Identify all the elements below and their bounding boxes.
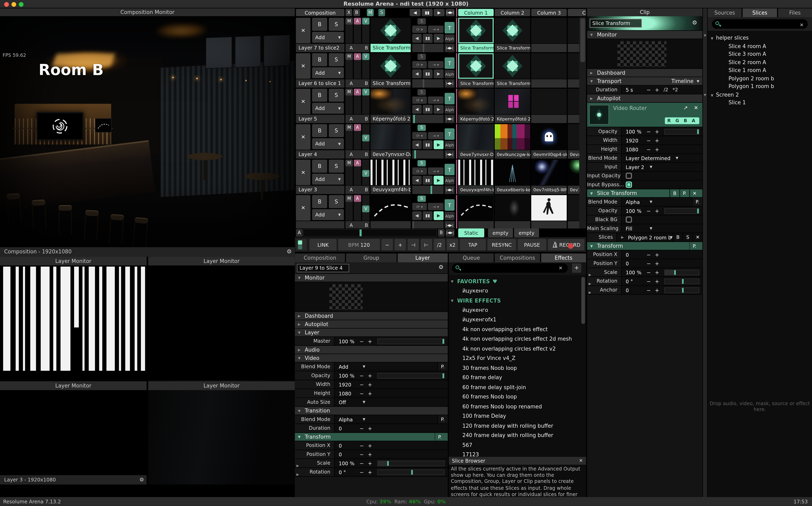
clip-thumbnail[interactable] — [531, 89, 567, 114]
section-header-transition[interactable]: ▼Transition — [295, 407, 448, 415]
nudge-down-button[interactable]: ⊣ — [408, 239, 419, 250]
clip-cell[interactable]: 0eve7ynvsxr-Dark01 — [458, 124, 494, 159]
layer-audio-fader[interactable]: A — [354, 195, 361, 221]
row-button-b[interactable]: B — [673, 233, 683, 241]
effect-item[interactable]: 60 frame delay — [449, 373, 586, 383]
layer-active-clip-thumbnail[interactable] — [370, 124, 411, 150]
decrement-button[interactable]: − — [645, 208, 653, 214]
clip-progress-bar[interactable] — [412, 150, 444, 158]
section-header-monitor[interactable]: ▼Monitor — [587, 31, 703, 39]
section-header-slice-transform[interactable]: ▼Slice TransformBP.✕ — [587, 189, 703, 197]
clip-thumbnail[interactable] — [458, 53, 494, 79]
layer-audio-fader[interactable]: A — [354, 160, 361, 185]
layer-blend-dropdown[interactable]: Add▼ — [312, 67, 344, 78]
tree-item[interactable]: ▼Screen 2 — [708, 90, 812, 99]
clip-name[interactable]: 0eve7ynvsxr-Dark01 — [458, 150, 494, 158]
transport-mode-dropdown[interactable]: Timeline — [671, 78, 693, 84]
effect-item[interactable]: 17123 — [449, 450, 586, 457]
expand-icon[interactable]: ↗ — [683, 105, 688, 110]
clip-pause-button[interactable]: ▮▮ — [423, 34, 433, 43]
clip-name[interactable] — [531, 44, 567, 52]
effect-item[interactable]: 4k non overlapping circles effect v2 — [449, 344, 586, 354]
clip-thumbnail[interactable] — [495, 195, 530, 221]
clip-thumbnail[interactable] — [531, 18, 567, 43]
layer-name[interactable] — [296, 221, 345, 229]
composition-tab[interactable]: Composition — [296, 9, 345, 16]
effect-item[interactable]: 60 frame delay split-join — [449, 383, 586, 392]
row-button-s[interactable]: S — [682, 233, 692, 241]
property-value[interactable]: 100 % — [621, 208, 645, 214]
layer-crossfader-assign[interactable]: A B — [346, 79, 369, 88]
layer-solo-button[interactable]: S — [329, 53, 344, 66]
clip-name[interactable]: Slice Transform — [495, 79, 530, 88]
deck-pause-button[interactable]: ▮▮ — [422, 9, 433, 16]
layer-video-fader[interactable]: V — [362, 89, 369, 114]
layer-mute-column[interactable]: M — [346, 160, 353, 185]
clip-name[interactable]: 0evlkunczgw-kockice — [495, 150, 530, 158]
clip-prev-next-buttons[interactable]: |◀▶| — [445, 115, 454, 123]
clip-cell[interactable]: 0evlkunczgw-kockice — [495, 124, 530, 159]
tap-button[interactable]: TAP — [460, 239, 486, 250]
checkbox-unchecked[interactable] — [625, 173, 632, 179]
layer-name[interactable]: Layer 3 — [296, 186, 345, 194]
increment-button[interactable]: + — [653, 137, 661, 143]
effect-item[interactable]: 12x5 For Vince v4_Z — [449, 354, 586, 363]
clip-play-backward-button[interactable]: ◀ — [412, 176, 422, 185]
effect-item[interactable]: 120 frame delay with rolling buffer — [449, 421, 586, 431]
effect-item[interactable]: 30 frames Noob loop — [449, 363, 586, 373]
deck-play-button[interactable]: ▶ — [434, 9, 445, 16]
property-value[interactable]: 5 s — [621, 87, 645, 92]
chevron-down-icon[interactable]: ▼ — [363, 417, 365, 422]
decrement-button[interactable]: − — [645, 278, 653, 284]
effect-item[interactable]: 100 frame Delay — [449, 411, 586, 421]
clip-play-backward-button[interactable]: ◀ — [412, 34, 422, 43]
clip-direction-dropdown[interactable]: ⇥ ▾ — [428, 132, 444, 139]
crossfader-a-label[interactable]: A — [296, 229, 303, 237]
effects-group-header[interactable]: ▼WIRE EFFECTS — [449, 296, 586, 305]
clip-play-button[interactable]: ▶ — [434, 105, 444, 114]
tab-queue[interactable]: Queue — [449, 253, 494, 262]
effect-item[interactable]: 567 — [449, 440, 586, 450]
tree-item[interactable]: Polygon 2 room b — [708, 74, 812, 82]
clip-cell[interactable]: Slice Transform — [495, 53, 530, 88]
increment-button[interactable]: + — [653, 260, 661, 266]
clip-name[interactable]: Slice Transform — [495, 44, 530, 52]
layer-video-fader[interactable]: V — [362, 124, 369, 150]
deck-scrollbar[interactable] — [579, 17, 586, 229]
layer-mute-column[interactable]: M — [346, 53, 353, 79]
tab-compositions[interactable]: Compositions — [495, 253, 540, 262]
property-value[interactable]: Layer Determined — [621, 155, 670, 161]
layer-transition-button[interactable]: T — [445, 128, 454, 140]
layer-active-clip-name[interactable]: 0eve7ynvsxr-Dark01 — [370, 150, 411, 158]
clip-play-button[interactable]: ▶ — [434, 34, 444, 43]
param-pin-button[interactable]: P. — [437, 415, 448, 423]
layer-crossfader-assign[interactable]: A B — [346, 115, 369, 123]
increment-button[interactable]: + — [653, 269, 661, 275]
column-1-header[interactable]: Column 1 — [458, 9, 494, 16]
clip-prev-next-buttons[interactable]: |◀▶| — [445, 221, 454, 229]
crossfader-prev-next[interactable]: |◀▶| — [446, 229, 454, 237]
property-value[interactable]: 0 — [621, 287, 645, 293]
clip-name[interactable] — [531, 221, 567, 229]
effect-item[interactable]: 4k non overlapping circles effect 2d mes… — [449, 334, 586, 344]
composition-master-button[interactable]: M — [367, 9, 374, 16]
layer-active-clip-thumbnail[interactable] — [370, 160, 411, 185]
tree-item[interactable]: Slice 4 room A — [708, 42, 812, 50]
chevron-down-icon[interactable]: ▼ — [650, 165, 652, 169]
increment-button[interactable]: + — [366, 382, 374, 387]
property-value[interactable]: 1920 — [335, 382, 358, 387]
chevron-down-icon[interactable]: ▼ — [676, 156, 678, 160]
value-slider[interactable] — [664, 287, 699, 293]
clip-play-backward-button[interactable]: ◀ — [412, 69, 422, 78]
layer-transition-button[interactable]: T — [445, 93, 454, 104]
layer-transition-blend-label[interactable]: Alph — [445, 70, 454, 78]
section-header-autopilot[interactable]: ▶Autopilot — [295, 320, 448, 329]
clip-thumbnail[interactable] — [531, 53, 567, 79]
decrement-button[interactable]: − — [358, 338, 366, 344]
chevron-right-icon[interactable]: ▶ — [296, 471, 299, 479]
clip-name[interactable]: Képernyőfotó 20 ... — [495, 115, 530, 123]
clip-progress-bar[interactable] — [412, 44, 444, 52]
value-slider[interactable] — [377, 460, 445, 466]
increment-button[interactable]: + — [653, 278, 661, 284]
tab-effects[interactable]: Effects — [541, 253, 586, 262]
